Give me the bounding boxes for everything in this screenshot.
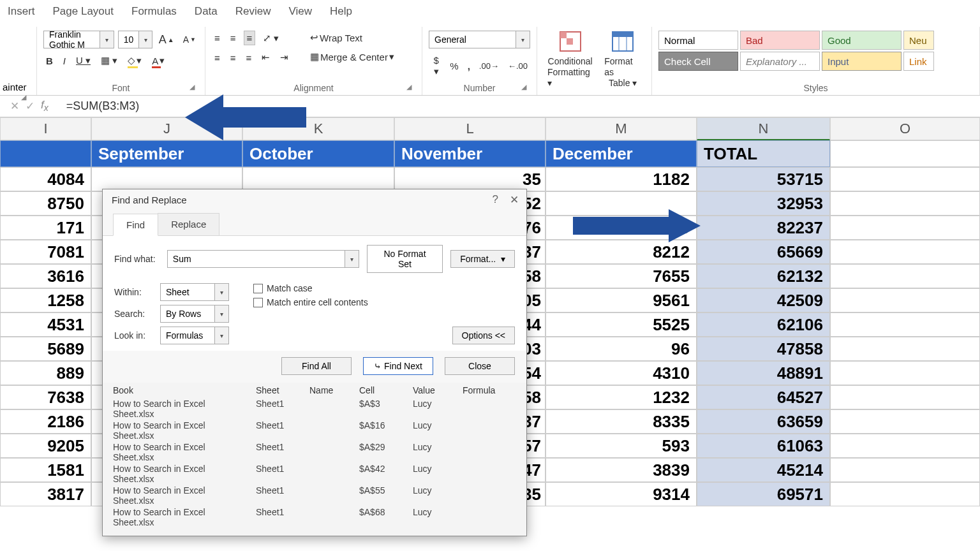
style-explanatory-[interactable]: Explanatory ... (740, 52, 820, 71)
close-icon[interactable]: ✕ (510, 193, 519, 207)
lookin-select[interactable]: Formulas▾ (160, 327, 229, 344)
cell-O-9[interactable] (830, 312, 980, 337)
style-link[interactable]: Link (903, 52, 934, 71)
tab-view[interactable]: View (289, 5, 313, 18)
cell-N-15[interactable]: 45214 (697, 458, 830, 482)
cell-O-7[interactable] (830, 264, 980, 288)
cell-N-12[interactable]: 64527 (697, 385, 830, 409)
cell-I-12[interactable]: 7638 (0, 385, 91, 409)
cell-M-11[interactable]: 4310 (546, 361, 697, 385)
cell-I-4[interactable]: 8750 (0, 191, 91, 216)
cell-O-3[interactable] (830, 167, 980, 191)
find-all-button[interactable]: Find All (281, 357, 352, 375)
cell-I-13[interactable]: 2186 (0, 409, 91, 434)
cell-I-8[interactable]: 1258 (0, 288, 91, 312)
result-row[interactable]: How to Search in Excel Sheet.xlsxSheet1$… (113, 441, 516, 463)
close-button[interactable]: Close (445, 357, 515, 375)
cell-M-7[interactable]: 7655 (546, 264, 697, 288)
cell-I-14[interactable]: 9205 (0, 434, 91, 458)
format-button[interactable]: Format... ▾ (450, 250, 515, 268)
result-row[interactable]: How to Search in Excel Sheet.xlsxSheet1$… (113, 463, 516, 485)
font-name-select[interactable]: Franklin Gothic M▾ (43, 31, 114, 48)
cell-N-3[interactable]: 53715 (697, 167, 830, 191)
result-row[interactable]: How to Search in Excel Sheet.xlsxSheet1$… (113, 506, 516, 528)
month-header-J[interactable]: September (91, 140, 242, 167)
format-as-table-button[interactable]: Format asTable ▾ (600, 29, 645, 92)
col-header-M[interactable]: M (546, 117, 697, 140)
cell-N-9[interactable]: 62106 (697, 312, 830, 337)
style-neu[interactable]: Neu (903, 31, 934, 50)
style-bad[interactable]: Bad (740, 31, 820, 50)
align-center-button[interactable]: ≡ (228, 51, 239, 64)
cell-K-3[interactable] (242, 167, 394, 191)
cell-N-11[interactable]: 48891 (697, 361, 830, 385)
enter-icon[interactable]: ✓ (26, 99, 34, 113)
cell-O-14[interactable] (830, 434, 980, 458)
format-painter-label[interactable]: ainter (3, 82, 27, 92)
cell-M-8[interactable]: 9561 (546, 288, 697, 312)
find-what-input[interactable]: Sum▾ (167, 250, 359, 268)
increase-decimal-button[interactable]: .00→ (477, 60, 501, 72)
cell-O-5[interactable] (830, 216, 980, 240)
cell-N-13[interactable]: 63659 (697, 409, 830, 434)
cell-M-13[interactable]: 8335 (546, 409, 697, 434)
tab-data[interactable]: Data (195, 5, 218, 18)
col-header-L[interactable]: L (394, 117, 546, 140)
cell-M-14[interactable]: 593 (546, 434, 697, 458)
tab-page-layout[interactable]: Page Layout (53, 5, 114, 18)
cell-M-10[interactable]: 96 (546, 337, 697, 361)
options-button[interactable]: Options << (452, 327, 516, 344)
fx-icon[interactable]: fx (41, 99, 48, 113)
match-case-checkbox[interactable]: Match case (253, 283, 368, 293)
cell-L-3[interactable]: 35 (394, 167, 546, 191)
cell-N-5[interactable]: 82237 (697, 216, 830, 240)
no-format-button[interactable]: No Format Set (367, 245, 443, 273)
cell-M-6[interactable]: 8212 (546, 240, 697, 264)
grow-font-button[interactable]: A▲ (156, 32, 177, 48)
cell-O-10[interactable] (830, 337, 980, 361)
orientation-button[interactable]: ⤢ ▾ (260, 31, 281, 45)
wrap-text-button[interactable]: ↩ Wrap Text (308, 31, 365, 45)
style-check-cell[interactable]: Check Cell (658, 52, 738, 71)
within-select[interactable]: Sheet▾ (160, 283, 229, 301)
align-middle-button[interactable]: ≡ (228, 31, 239, 45)
cell-I-9[interactable]: 4531 (0, 312, 91, 337)
month-header-I[interactable] (0, 140, 91, 167)
month-header-K[interactable]: October (242, 140, 394, 167)
shrink-font-button[interactable]: A▼ (181, 33, 198, 46)
cell-N-6[interactable]: 65669 (697, 240, 830, 264)
font-size-select[interactable]: 10▾ (118, 31, 152, 48)
cell-M-3[interactable]: 1182 (546, 167, 697, 191)
align-top-button[interactable]: ≡ (212, 31, 223, 45)
bold-button[interactable]: B (43, 54, 56, 68)
cell-O-16[interactable] (830, 482, 980, 506)
tab-find[interactable]: Find (113, 214, 158, 236)
conditional-formatting-button[interactable]: ConditionalFormatting ▾ (544, 29, 597, 92)
merge-center-button[interactable]: ▦ Merge & Center ▾ (308, 50, 397, 64)
cell-I-7[interactable]: 3616 (0, 264, 91, 288)
tab-review[interactable]: Review (235, 5, 271, 18)
cell-M-15[interactable]: 3839 (546, 458, 697, 482)
cell-J-3[interactable] (91, 167, 242, 191)
match-cell-checkbox[interactable]: Match entire cell contents (253, 297, 368, 307)
cell-I-15[interactable]: 1581 (0, 458, 91, 482)
cell-O-11[interactable] (830, 361, 980, 385)
cell-N-8[interactable]: 42509 (697, 288, 830, 312)
month-header-N[interactable]: TOTAL (697, 140, 830, 167)
cell-O-8[interactable] (830, 288, 980, 312)
cell-I-5[interactable]: 171 (0, 216, 91, 240)
cell-M-9[interactable]: 5525 (546, 312, 697, 337)
font-color-button[interactable]: A ▾ (149, 54, 167, 68)
tab-insert[interactable]: Insert (8, 5, 35, 18)
find-next-button[interactable]: ⤷ Find Next (363, 357, 433, 375)
month-header-L[interactable]: November (394, 140, 546, 167)
italic-button[interactable]: I (61, 54, 68, 68)
number-format-select[interactable]: General▾ (429, 31, 530, 48)
align-left-button[interactable]: ≡ (212, 51, 223, 64)
align-bottom-button[interactable]: ≡ (244, 31, 256, 45)
style-input[interactable]: Input (822, 52, 902, 71)
col-header-I[interactable]: I (0, 117, 91, 140)
cell-O-13[interactable] (830, 409, 980, 434)
decrease-decimal-button[interactable]: ←.00 (505, 60, 530, 72)
cell-N-4[interactable]: 32953 (697, 191, 830, 216)
